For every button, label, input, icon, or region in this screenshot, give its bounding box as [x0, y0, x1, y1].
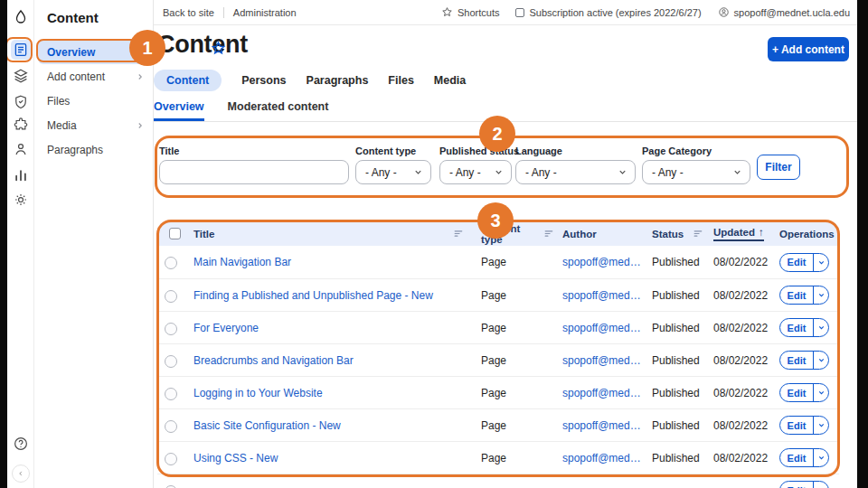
- row-author-link[interactable]: spopoff@mednet...: [562, 256, 652, 268]
- back-to-site-link[interactable]: Back to site: [163, 7, 214, 18]
- extend-icon[interactable]: [11, 115, 31, 135]
- edit-button[interactable]: Edit: [779, 253, 829, 272]
- edit-dropdown-toggle[interactable]: [813, 449, 828, 466]
- edit-dropdown-toggle[interactable]: [813, 482, 828, 488]
- row-title-link[interactable]: Using CSS - New: [193, 452, 481, 465]
- page-title: Content: [157, 31, 248, 59]
- chevron-down-icon: [732, 167, 742, 177]
- row-title-link[interactable]: Basic Site Configuration - New: [193, 419, 481, 432]
- edit-dropdown-toggle[interactable]: [813, 319, 828, 336]
- edit-button[interactable]: Edit: [779, 448, 829, 467]
- subscription-status[interactable]: Subscription active (expires 2022/6/27): [515, 7, 701, 18]
- edit-button[interactable]: Edit: [779, 416, 829, 435]
- tab-files[interactable]: Files: [388, 70, 414, 91]
- administration-link[interactable]: Administration: [233, 7, 297, 18]
- configuration-icon[interactable]: [11, 190, 31, 210]
- row-author-link[interactable]: spopoff@mednet...: [562, 387, 652, 399]
- help-icon[interactable]: [13, 436, 29, 455]
- row-title-link[interactable]: For Everyone: [193, 322, 481, 334]
- sort-icon[interactable]: [453, 228, 465, 239]
- tab-media[interactable]: Media: [434, 70, 466, 91]
- column-header-status[interactable]: Status: [652, 229, 684, 239]
- sidebar-item-media[interactable]: Media: [38, 113, 150, 137]
- row-title-link[interactable]: Finding a Published and Unpublished Page…: [193, 289, 481, 302]
- filter-field-content-type: Content type - Any -: [355, 145, 431, 184]
- sidebar-item-add-content[interactable]: Add content: [38, 64, 150, 89]
- edit-button[interactable]: Edit: [779, 318, 829, 337]
- column-header-title[interactable]: Title: [193, 229, 214, 239]
- row-content-type: Page: [481, 419, 562, 432]
- select-all-checkbox[interactable]: [169, 228, 181, 239]
- row-author-link[interactable]: spopoff@mednet...: [562, 419, 652, 432]
- tab-persons[interactable]: Persons: [241, 70, 286, 91]
- edit-dropdown-toggle[interactable]: [813, 254, 828, 271]
- column-header-author[interactable]: Author: [562, 229, 597, 239]
- add-content-button[interactable]: + Add content: [768, 37, 849, 61]
- filter-field-title: Title: [159, 145, 349, 184]
- sidebar-item-files[interactable]: Files: [38, 89, 150, 113]
- published-status-select[interactable]: - Any -: [439, 160, 512, 184]
- topbar-divider: [223, 7, 224, 18]
- column-header-updated-sort[interactable]: Updated ↑: [713, 227, 764, 241]
- tab-content[interactable]: Content: [154, 70, 222, 91]
- people-icon[interactable]: [11, 139, 31, 159]
- row-updated: 08/02/2022: [713, 256, 779, 268]
- table-row: Breadcrumbs and Navigation Bar Page spop…: [157, 343, 839, 376]
- account-icon: [718, 6, 730, 18]
- content-type-select[interactable]: - Any -: [355, 160, 431, 184]
- chevron-right-icon: [136, 121, 145, 130]
- row-title-link[interactable]: Breadcrumbs and Navigation Bar: [193, 354, 481, 367]
- edit-dropdown-toggle[interactable]: [813, 286, 828, 304]
- sort-icon[interactable]: [693, 228, 704, 239]
- annotation-step-2: 2: [479, 116, 515, 152]
- edit-button-label: Edit: [780, 257, 813, 267]
- row-title-link[interactable]: Main Navigation Bar: [193, 256, 481, 268]
- row-title-link[interactable]: Logging in to Your Website: [193, 387, 481, 399]
- chevron-right-icon: [136, 72, 145, 81]
- account-menu[interactable]: spopoff@mednet.ucla.edu: [718, 6, 850, 18]
- select-value: - Any -: [652, 166, 684, 179]
- shortcuts-link[interactable]: Shortcuts: [441, 6, 499, 18]
- subtab-moderated-content[interactable]: Moderated content: [228, 98, 329, 121]
- edit-dropdown-toggle[interactable]: [813, 417, 828, 434]
- row-author-link[interactable]: spopoff@mednet...: [562, 354, 652, 367]
- filter-field-language: Language - Any -: [515, 145, 636, 184]
- table-row: Basic Site Configuration - New Page spop…: [157, 408, 839, 441]
- chevron-down-icon: [817, 258, 826, 267]
- edit-button[interactable]: Edit: [779, 351, 829, 370]
- select-value: - Any -: [525, 166, 557, 179]
- chevron-down-icon: [817, 324, 826, 332]
- row-author-link[interactable]: spopoff@mednet...: [562, 289, 652, 302]
- title-filter-input[interactable]: [159, 160, 349, 184]
- shortcuts-label: Shortcuts: [458, 7, 499, 18]
- collapse-sidebar-icon[interactable]: [12, 465, 30, 483]
- row-content-type: Page: [481, 256, 562, 268]
- filter-label: Title: [159, 145, 349, 156]
- edit-button[interactable]: Edit: [779, 286, 829, 305]
- content-icon[interactable]: [11, 40, 31, 60]
- row-status: Published: [652, 256, 713, 268]
- edit-dropdown-toggle[interactable]: [813, 352, 828, 369]
- row-author-link[interactable]: spopoff@mednet...: [562, 452, 652, 465]
- sidebar-item-label: Add content: [47, 70, 136, 83]
- row-updated: 08/02/2022: [713, 289, 779, 302]
- favorite-star-icon[interactable]: [211, 41, 226, 60]
- sidebar-item-paragraphs[interactable]: Paragraphs: [38, 137, 150, 162]
- edit-button-label: Edit: [780, 388, 813, 399]
- row-author-link[interactable]: spopoff@mednet...: [562, 322, 652, 334]
- sort-ascending-icon: ↑: [759, 227, 764, 238]
- subtab-overview[interactable]: Overview: [154, 98, 204, 121]
- page-category-select[interactable]: - Any -: [642, 160, 750, 184]
- tab-paragraphs[interactable]: Paragraphs: [307, 70, 369, 91]
- drupal-logo-icon[interactable]: [11, 7, 31, 27]
- edit-button[interactable]: Edit: [779, 383, 829, 402]
- language-select[interactable]: - Any -: [515, 160, 636, 184]
- filter-button[interactable]: Filter: [757, 155, 800, 180]
- reports-icon[interactable]: [11, 165, 31, 185]
- appearance-icon[interactable]: [11, 92, 31, 112]
- sort-icon[interactable]: [543, 228, 555, 239]
- edit-button[interactable]: Edit: [779, 481, 829, 488]
- frame-edge-left: [0, 0, 7, 488]
- structure-icon[interactable]: [11, 66, 31, 86]
- edit-dropdown-toggle[interactable]: [813, 384, 828, 401]
